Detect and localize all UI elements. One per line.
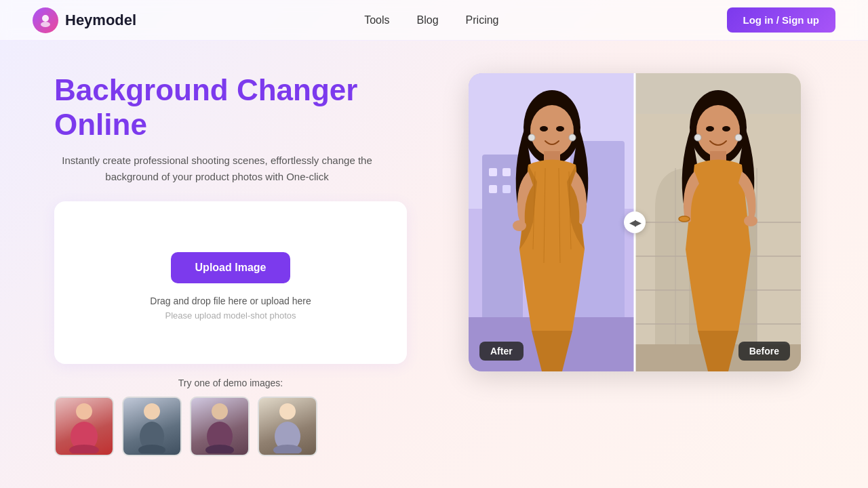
svg-point-7 bbox=[138, 445, 165, 453]
demo-image-2[interactable] bbox=[122, 396, 182, 456]
left-panel: Background Changer Online Instantly crea… bbox=[54, 73, 407, 456]
page-title: Background Changer Online bbox=[54, 73, 407, 142]
right-panel: ◀▶ After Before bbox=[434, 73, 835, 371]
navigation: Heymodel Tools Blog Pricing Log in / Sig… bbox=[0, 0, 868, 41]
svg-point-8 bbox=[212, 403, 228, 420]
svg-point-53 bbox=[679, 216, 690, 222]
svg-point-55 bbox=[722, 126, 730, 131]
svg-point-31 bbox=[513, 220, 526, 231]
svg-point-11 bbox=[279, 403, 296, 420]
comparison-handle[interactable]: ◀▶ bbox=[624, 211, 646, 233]
before-label: Before bbox=[738, 342, 790, 361]
logo-icon bbox=[33, 7, 58, 33]
before-side bbox=[635, 73, 801, 371]
svg-point-35 bbox=[556, 126, 564, 131]
after-side bbox=[469, 73, 635, 371]
upload-image-button[interactable]: Upload Image bbox=[171, 252, 291, 283]
svg-point-33 bbox=[569, 134, 576, 141]
svg-point-10 bbox=[205, 445, 234, 453]
logo-text: Heymodel bbox=[65, 12, 136, 29]
logo-link[interactable]: Heymodel bbox=[33, 7, 136, 33]
svg-point-51 bbox=[694, 134, 701, 141]
svg-point-34 bbox=[540, 126, 548, 131]
drag-drop-text: Drag and drop file here or upload here bbox=[150, 296, 311, 306]
main-content: Background Changer Online Instantly crea… bbox=[0, 41, 868, 456]
svg-point-1 bbox=[41, 22, 50, 27]
demo-image-4[interactable] bbox=[258, 396, 317, 456]
upload-box: Upload Image Drag and drop file here or … bbox=[54, 201, 407, 364]
handle-arrows-icon: ◀▶ bbox=[629, 218, 640, 228]
svg-point-13 bbox=[273, 445, 302, 453]
after-label: After bbox=[479, 342, 524, 361]
nav-blog[interactable]: Blog bbox=[417, 14, 439, 26]
demo-thumbnails bbox=[54, 396, 407, 456]
svg-point-5 bbox=[144, 403, 160, 420]
upload-hint-text: Please upload model-shot photos bbox=[165, 310, 296, 321]
svg-point-0 bbox=[42, 15, 49, 22]
svg-point-2 bbox=[76, 403, 92, 420]
svg-point-48 bbox=[696, 105, 740, 157]
svg-point-52 bbox=[735, 134, 742, 141]
svg-point-25 bbox=[530, 105, 574, 157]
demo-label: Try one of demo images: bbox=[54, 378, 407, 388]
demo-image-3[interactable] bbox=[190, 396, 250, 456]
demo-image-1[interactable] bbox=[54, 396, 114, 456]
page-subtitle: Instantly create professional shooting s… bbox=[54, 152, 380, 185]
nav-pricing[interactable]: Pricing bbox=[466, 14, 499, 26]
svg-point-54 bbox=[706, 126, 714, 131]
before-after-container: ◀▶ After Before bbox=[469, 73, 801, 371]
demo-section: Try one of demo images: bbox=[54, 378, 407, 456]
svg-point-50 bbox=[744, 216, 757, 226]
nav-links: Tools Blog Pricing bbox=[364, 14, 498, 26]
nav-tools[interactable]: Tools bbox=[364, 14, 389, 26]
svg-point-32 bbox=[528, 134, 535, 141]
login-signup-button[interactable]: Log in / Sign up bbox=[727, 7, 835, 33]
